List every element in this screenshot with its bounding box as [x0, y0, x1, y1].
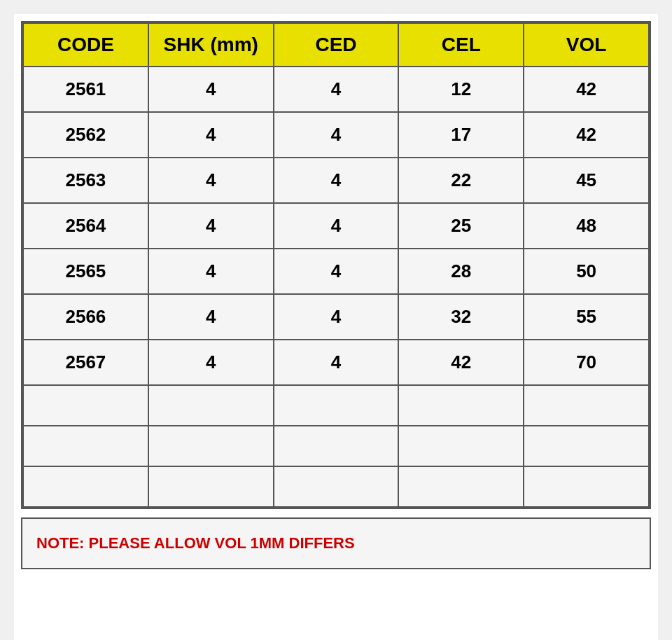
- cell-vol: 48: [524, 203, 649, 249]
- cell-vol: [524, 466, 649, 507]
- cell-code: [23, 466, 148, 507]
- table-row: 2564442548: [23, 203, 649, 249]
- cell-shk: 4: [148, 249, 274, 294]
- cell-code: 2567: [23, 340, 148, 385]
- table-row: 2566443255: [23, 294, 649, 340]
- cell-cel: 32: [398, 294, 524, 340]
- cell-vol: 50: [524, 249, 649, 294]
- header-cel: CEL: [398, 23, 524, 67]
- cell-cel: [398, 426, 524, 466]
- cell-shk: [148, 466, 274, 507]
- cell-vol: [524, 426, 649, 466]
- table-row: 2561441242: [23, 67, 649, 112]
- cell-shk: 4: [148, 67, 274, 112]
- cell-code: 2564: [23, 203, 148, 249]
- cell-ced: [274, 466, 399, 507]
- cell-code: 2561: [23, 67, 148, 112]
- page-container: CODE SHK (mm) CED CEL VOL 25614412422562…: [14, 14, 658, 640]
- cell-ced: [274, 385, 399, 426]
- cell-code: 2566: [23, 294, 148, 340]
- header-shk: SHK (mm): [148, 23, 274, 67]
- cell-shk: [148, 385, 274, 426]
- table-row: [23, 385, 649, 426]
- table-row: 2562441742: [23, 112, 649, 158]
- cell-cel: 22: [398, 158, 524, 203]
- cell-code: [23, 385, 148, 426]
- note-text: NOTE: PLEASE ALLOW VOL 1MM DIFFERS: [36, 534, 355, 552]
- cell-shk: 4: [148, 158, 274, 203]
- cell-ced: 4: [274, 158, 399, 203]
- cell-shk: 4: [148, 340, 274, 385]
- table-row: 2563442245: [23, 158, 649, 203]
- cell-cel: 17: [398, 112, 524, 158]
- cell-cel: 12: [398, 67, 524, 112]
- cell-vol: 55: [524, 294, 649, 340]
- cell-cel: 42: [398, 340, 524, 385]
- note-box: NOTE: PLEASE ALLOW VOL 1MM DIFFERS: [21, 517, 651, 569]
- cell-shk: 4: [148, 294, 274, 340]
- header-code: CODE: [23, 23, 148, 67]
- cell-shk: [148, 426, 274, 466]
- cell-shk: 4: [148, 112, 274, 158]
- cell-vol: 42: [524, 67, 649, 112]
- table-row: 2565442850: [23, 249, 649, 294]
- cell-cel: 25: [398, 203, 524, 249]
- table-row: [23, 426, 649, 466]
- cell-vol: 42: [524, 112, 649, 158]
- cell-shk: 4: [148, 203, 274, 249]
- cell-ced: 4: [274, 294, 399, 340]
- cell-cel: [398, 466, 524, 507]
- cell-ced: 4: [274, 203, 399, 249]
- cell-ced: 4: [274, 340, 399, 385]
- cell-vol: [524, 385, 649, 426]
- cell-vol: 70: [524, 340, 649, 385]
- cell-vol: 45: [524, 158, 649, 203]
- header-ced: CED: [274, 23, 399, 67]
- table-row: [23, 466, 649, 507]
- cell-code: 2565: [23, 249, 148, 294]
- table-wrapper: CODE SHK (mm) CED CEL VOL 25614412422562…: [21, 21, 651, 509]
- cell-ced: 4: [274, 112, 399, 158]
- table-row: 2567444270: [23, 340, 649, 385]
- cell-ced: 4: [274, 67, 399, 112]
- cell-cel: 28: [398, 249, 524, 294]
- cell-ced: [274, 426, 399, 466]
- cell-code: 2562: [23, 112, 148, 158]
- cell-code: 2563: [23, 158, 148, 203]
- cell-ced: 4: [274, 249, 399, 294]
- table-header-row: CODE SHK (mm) CED CEL VOL: [23, 23, 649, 67]
- cell-code: [23, 426, 148, 466]
- cell-cel: [398, 385, 524, 426]
- data-table: CODE SHK (mm) CED CEL VOL 25614412422562…: [22, 22, 650, 508]
- header-vol: VOL: [524, 23, 649, 67]
